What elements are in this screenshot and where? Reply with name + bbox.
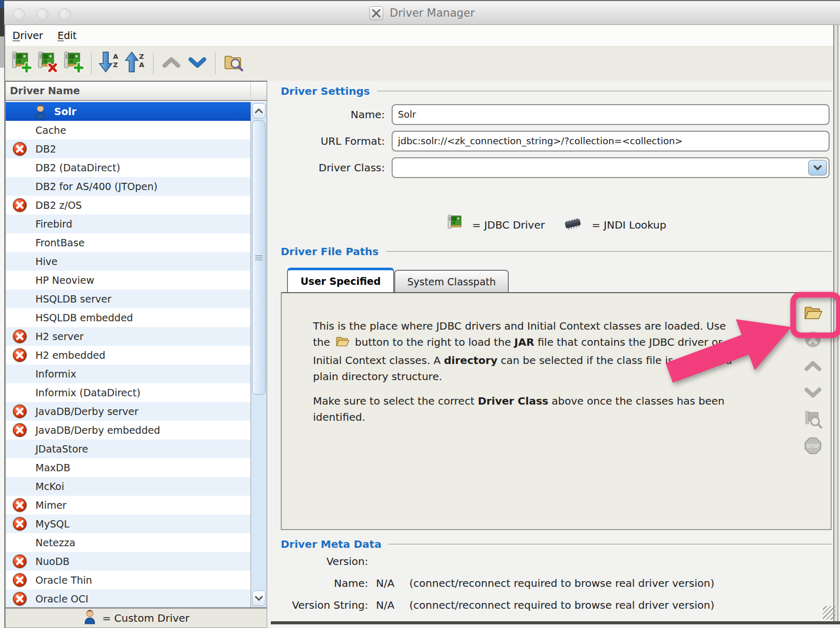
driver-name-label: JavaDB/Derby embedded — [35, 421, 160, 439]
scrollbar-thumb[interactable] — [252, 120, 266, 395]
open-file-icon — [804, 305, 822, 323]
driver-error-icon — [12, 591, 28, 607]
driver-class-dropdown-button[interactable] — [808, 160, 827, 175]
scroll-up-button[interactable] — [252, 103, 266, 119]
open-folder-icon — [335, 335, 349, 353]
meta-name-label: Name: — [281, 574, 368, 593]
url-format-input[interactable]: jdbc:solr://<zk_connection_string>/?coll… — [392, 131, 830, 152]
name-input[interactable]: Solr — [392, 104, 830, 125]
scroll-down-button[interactable] — [252, 591, 266, 606]
file-path-actions: STOP — [803, 305, 823, 456]
svg-text:A: A — [139, 61, 144, 69]
driver-name-label: Hive — [35, 252, 58, 271]
window-resize-grip[interactable] — [823, 606, 835, 620]
driver-list-item-hp-neoview[interactable]: HP Neoview — [6, 271, 250, 290]
driver-list-item-solr[interactable]: Solr — [6, 102, 250, 121]
driver-list-item-jdatastore[interactable]: JDataStore — [6, 439, 250, 458]
new-driver-icon — [10, 51, 32, 76]
section-rule — [377, 91, 832, 92]
driver-list-item-informix[interactable]: Informix — [6, 365, 250, 383]
driver-name-label: DB2 for AS/400 (JTOpen) — [35, 177, 158, 196]
driver-list-item-informix-datadirect[interactable]: Informix (DataDirect) — [6, 383, 250, 402]
driver-name-label: FrontBase — [35, 233, 84, 252]
driver-meta-data-section-header: Driver Meta Data — [281, 537, 832, 551]
remove-path-button[interactable] — [804, 331, 822, 350]
copy-driver-icon — [62, 51, 84, 76]
tab-system-classpath[interactable]: System Classpath — [394, 270, 509, 292]
driver-list-item-frontbase[interactable]: FrontBase — [6, 233, 250, 252]
driver-list-item-db2[interactable]: DB2 — [6, 140, 250, 158]
toolbar-sort-descending-button[interactable]: ZA — [122, 51, 148, 77]
title-bar[interactable]: Driver Manager — [4, 1, 840, 25]
stop-find-button[interactable]: STOP — [804, 437, 822, 456]
driver-list-item-db2-for-as-400-jtopen[interactable]: DB2 for AS/400 (JTOpen) — [6, 177, 250, 196]
driver-error-icon — [12, 422, 28, 440]
driver-list: SolrCacheDB2DB2 (DataDirect)DB2 for AS/4… — [6, 102, 250, 607]
driver-name-label: DB2 (DataDirect) — [35, 158, 120, 177]
driver-error-icon — [12, 572, 28, 590]
driver-list-item-h2-server[interactable]: H2 server — [6, 327, 250, 346]
toolbar-copy-driver-button[interactable] — [60, 51, 86, 77]
driver-list-item-oracle-thin[interactable]: Oracle Thin — [6, 571, 250, 589]
driver-list-item-nuodb[interactable]: NuoDB — [6, 552, 250, 571]
driver-list-item-h2-embedded[interactable]: H2 embedded — [6, 346, 250, 365]
driver-list-item-mimer[interactable]: Mimer — [6, 496, 250, 514]
stop-find-icon: STOP — [804, 436, 822, 457]
driver-name-label: McKoi — [35, 477, 64, 496]
driver-name-label: Solr — [54, 102, 77, 121]
section-rule — [386, 251, 832, 253]
driver-list-item-javadb-derby-server[interactable]: JavaDB/Derby server — [6, 402, 250, 421]
driver-list-item-hive[interactable]: Hive — [6, 252, 250, 271]
driver-list-item-firebird[interactable]: Firebird — [6, 215, 250, 233]
driver-list-scrollbar[interactable] — [250, 102, 267, 607]
driver-file-paths-section-header: Driver File Paths — [281, 245, 832, 258]
driver-name-label: Mimer — [35, 496, 67, 514]
sort-ascending-icon: AZ — [98, 51, 120, 77]
open-file-button[interactable] — [804, 305, 822, 323]
driver-class-combobox[interactable] — [392, 157, 830, 178]
driver-meta-data-title: Driver Meta Data — [281, 538, 381, 550]
move-path-up-button[interactable] — [804, 358, 822, 376]
driver-settings-title: Driver Settings — [281, 85, 370, 97]
driver-list-item-cache[interactable]: Cache — [6, 121, 250, 140]
driver-list-item-hsqldb-server[interactable]: HSQLDB server — [6, 290, 250, 308]
screenshot-stage: Driver Manager Driver Edit AZZA Driver N… — [0, 0, 840, 628]
driver-list-item-netezza[interactable]: Netezza — [6, 533, 250, 552]
toolbar-separator — [91, 53, 92, 74]
section-rule — [388, 544, 832, 545]
driver-list-item-db2-z-os[interactable]: DB2 z/OS — [6, 196, 250, 215]
name-label: Name: — [281, 104, 385, 125]
driver-list-item-hsqldb-embedded[interactable]: HSQLDB embedded — [6, 308, 250, 327]
find-driver-class-button[interactable] — [804, 411, 822, 430]
driver-name-label: Netezza — [35, 533, 76, 552]
toolbar-find-driver-button[interactable] — [220, 51, 246, 77]
driver-list-item-mckoi[interactable]: McKoi — [6, 477, 250, 496]
column-header-driver-name[interactable]: Driver Name — [6, 82, 267, 101]
move-down-icon — [187, 56, 207, 71]
jndi-lookup-legend-label: = JNDI Lookup — [592, 219, 666, 231]
driver-list-item-oracle-oci[interactable]: Oracle OCI — [6, 589, 250, 607]
move-up-icon — [161, 56, 181, 71]
driver-list-item-maxdb[interactable]: MaxDB — [6, 458, 250, 477]
scrollbar-grip — [255, 255, 262, 260]
move-path-down-button[interactable] — [804, 384, 822, 403]
version-string-value: N/A — [376, 596, 405, 614]
toolbar-remove-driver-button[interactable] — [34, 51, 60, 77]
toolbar-sort-ascending-button[interactable]: AZ — [96, 51, 122, 77]
toolbar-move-up-button[interactable] — [158, 51, 184, 77]
driver-list-item-db2-datadirect[interactable]: DB2 (DataDirect) — [6, 158, 250, 177]
svg-text:Z: Z — [139, 53, 144, 60]
driver-error-icon — [12, 329, 28, 346]
find-driver-class-icon — [804, 410, 822, 431]
driver-list-item-mysql[interactable]: MySQL — [6, 514, 250, 533]
background-window-sliver — [0, 0, 4, 628]
tab-user-specified[interactable]: User Specified — [287, 268, 394, 292]
menu-edit[interactable]: Edit — [57, 30, 77, 41]
move-path-down-icon — [804, 386, 822, 401]
toolbar-move-down-button[interactable] — [184, 51, 210, 77]
driver-name-label: JDataStore — [35, 439, 88, 458]
toolbar-new-driver-button[interactable] — [8, 51, 34, 77]
menu-driver[interactable]: Driver — [12, 30, 43, 41]
driver-list-item-javadb-derby-embedded[interactable]: JavaDB/Derby embedded — [6, 421, 250, 439]
file-paths-description-paragraph-2: Make sure to select the correct Driver C… — [313, 393, 735, 425]
